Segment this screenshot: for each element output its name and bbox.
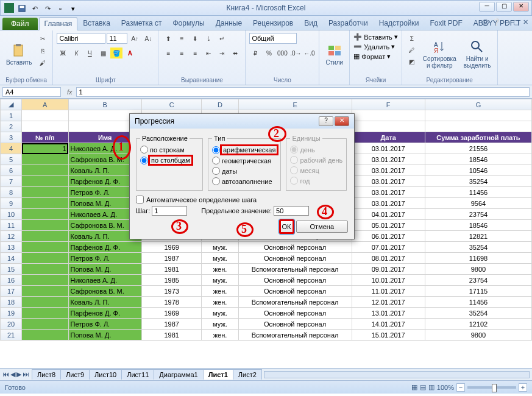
sheet-tab[interactable]: Лист2 bbox=[233, 369, 262, 380]
radio-geometric[interactable]: геометрическая bbox=[212, 155, 277, 166]
cell[interactable]: 03.01.2017 bbox=[352, 143, 425, 154]
cell[interactable] bbox=[22, 264, 69, 275]
radio-autofill[interactable]: автозаполнение bbox=[212, 176, 277, 186]
sheet-first-icon[interactable]: ⏮ bbox=[2, 370, 9, 378]
fill-color-icon[interactable]: 🪣 bbox=[110, 48, 122, 58]
border-icon[interactable]: ▦ bbox=[97, 48, 109, 58]
cell[interactable]: 1987 bbox=[141, 319, 201, 330]
cell[interactable]: 13.01.2017 bbox=[352, 308, 425, 319]
sheet-tab[interactable]: Лист10 bbox=[89, 369, 122, 380]
cell[interactable] bbox=[22, 154, 69, 165]
cell[interactable] bbox=[22, 231, 69, 242]
tab-data[interactable]: Данные bbox=[210, 16, 247, 30]
cell[interactable] bbox=[22, 275, 69, 286]
cell[interactable] bbox=[22, 176, 69, 187]
row-header[interactable]: 17 bbox=[1, 286, 22, 297]
cell[interactable]: 18546 bbox=[425, 154, 531, 165]
cell[interactable]: 03.01.2017 bbox=[352, 176, 425, 187]
delete-cells-button[interactable]: Удалить bbox=[364, 43, 389, 51]
row-header[interactable]: 20 bbox=[1, 319, 22, 330]
cell[interactable]: 9564 bbox=[425, 198, 531, 209]
cell[interactable]: 1969 bbox=[141, 308, 201, 319]
delete-cells-icon[interactable]: ➖ bbox=[353, 43, 362, 51]
row-header[interactable]: 11 bbox=[1, 220, 22, 231]
percent-icon[interactable]: % bbox=[263, 48, 275, 58]
cell[interactable] bbox=[22, 319, 69, 330]
row-header[interactable]: 4 bbox=[1, 143, 22, 154]
horizontal-scrollbar[interactable] bbox=[264, 371, 530, 378]
align-top-icon[interactable]: ⬆ bbox=[162, 33, 174, 44]
format-cells-button[interactable]: Формат bbox=[361, 53, 385, 60]
cell[interactable]: 12.01.2017 bbox=[352, 297, 425, 308]
sheet-last-icon[interactable]: ⏭ bbox=[23, 370, 29, 378]
cell[interactable]: Попова М. Д. bbox=[68, 330, 141, 341]
cell[interactable]: 1 bbox=[22, 143, 69, 154]
cell[interactable]: 9800 bbox=[425, 330, 531, 341]
bold-icon[interactable]: Ж bbox=[57, 48, 69, 58]
cell[interactable]: 23754 bbox=[425, 209, 531, 220]
tab-developer[interactable]: Разработчи bbox=[323, 16, 374, 30]
cell[interactable]: 1978 bbox=[141, 297, 201, 308]
dec-decimal-icon[interactable]: ←.0 bbox=[303, 48, 315, 58]
view-normal-icon[interactable]: ▦ bbox=[411, 383, 417, 391]
new-icon[interactable]: ▫ bbox=[55, 3, 66, 14]
styles-button[interactable]: Стили bbox=[323, 33, 346, 76]
font-name-combo[interactable] bbox=[57, 33, 105, 44]
tab-view[interactable]: Вид bbox=[299, 16, 323, 30]
cell[interactable]: муж. bbox=[202, 308, 238, 319]
cell[interactable] bbox=[22, 253, 69, 264]
cell[interactable]: 11.01.2017 bbox=[352, 286, 425, 297]
save-icon[interactable] bbox=[16, 3, 27, 14]
col-header-F[interactable]: F bbox=[352, 99, 425, 110]
format-painter-icon[interactable]: 🖌 bbox=[37, 57, 49, 68]
indent-dec-icon[interactable]: ⇤ bbox=[202, 48, 215, 58]
limit-input[interactable] bbox=[274, 206, 309, 216]
cell[interactable]: 10.01.2017 bbox=[352, 275, 425, 286]
sheet-tab[interactable]: Лист9 bbox=[60, 369, 90, 380]
cell[interactable] bbox=[22, 165, 69, 176]
cell[interactable]: 15.01.2017 bbox=[352, 330, 425, 341]
select-all-corner[interactable]: ◢ bbox=[1, 99, 22, 110]
row-header[interactable]: 9 bbox=[1, 198, 22, 209]
cell[interactable]: 08.01.2017 bbox=[352, 253, 425, 264]
cell[interactable]: Вспомогательный персонал bbox=[238, 297, 352, 308]
indent-inc-icon[interactable]: ⇥ bbox=[216, 48, 228, 58]
sheet-tab[interactable]: Лист8 bbox=[32, 369, 61, 380]
cell[interactable] bbox=[22, 242, 69, 253]
orientation-icon[interactable]: ⤹ bbox=[202, 33, 215, 44]
cell[interactable]: 10546 bbox=[425, 165, 531, 176]
cell[interactable]: Коваль Л. П. bbox=[68, 297, 141, 308]
row-header[interactable]: 18 bbox=[1, 297, 22, 308]
cell[interactable] bbox=[22, 308, 69, 319]
cell[interactable]: жен. bbox=[202, 286, 238, 297]
cell[interactable]: Сафронова В. М. bbox=[68, 286, 141, 297]
row-header[interactable]: 19 bbox=[1, 308, 22, 319]
step-input[interactable] bbox=[152, 206, 187, 216]
font-color-icon[interactable]: A bbox=[124, 48, 136, 58]
cell[interactable]: 11456 bbox=[425, 297, 531, 308]
cell[interactable] bbox=[22, 220, 69, 231]
dialog-close-button[interactable]: ✕ bbox=[335, 116, 349, 126]
cell[interactable]: Основной персонал bbox=[238, 275, 352, 286]
align-right-icon[interactable]: ≡ bbox=[189, 48, 201, 58]
shrink-font-icon[interactable]: A↓ bbox=[142, 33, 154, 44]
tab-home[interactable]: Главная bbox=[39, 17, 78, 30]
cell[interactable]: 04.01.2017 bbox=[352, 209, 425, 220]
header-salary[interactable]: Сумма заработной плать bbox=[425, 132, 531, 143]
cell[interactable]: 35254 bbox=[425, 308, 531, 319]
tab-addins[interactable]: Надстройки bbox=[374, 16, 425, 30]
col-header-B[interactable]: B bbox=[68, 99, 141, 110]
row-header[interactable]: 5 bbox=[1, 154, 22, 165]
radio-by-rows[interactable]: по строкам bbox=[140, 144, 199, 155]
cell[interactable]: 14.01.2017 bbox=[352, 319, 425, 330]
ok-button[interactable]: ОК bbox=[279, 219, 294, 234]
cell[interactable]: муж. bbox=[202, 275, 238, 286]
cell[interactable]: Парфенов Д. Ф. bbox=[68, 308, 141, 319]
cell[interactable]: 9800 bbox=[425, 264, 531, 275]
cell[interactable]: Петров Ф. Л. bbox=[68, 253, 141, 264]
sort-filter-button[interactable]: АЯ Сортировка и фильтр bbox=[420, 33, 459, 76]
radio-arithmetic[interactable]: арифметическая bbox=[212, 144, 277, 155]
cell[interactable]: 35254 bbox=[425, 242, 531, 253]
ribbon-minimize-icon[interactable]: ⓥ bbox=[482, 18, 489, 27]
cell[interactable]: Основной персонал bbox=[238, 286, 352, 297]
